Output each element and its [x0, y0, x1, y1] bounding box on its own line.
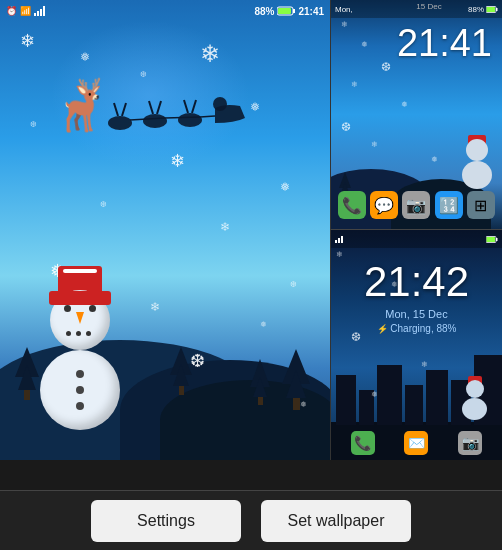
srb-body-top [466, 380, 484, 398]
svg-rect-1 [37, 11, 39, 16]
svg-line-8 [114, 103, 118, 116]
rb-snowflake-3: ❆ [351, 330, 361, 344]
rt-snowflake-7: ❄ [371, 140, 378, 149]
dock-icons: 📞 ✉️ 📷 [331, 431, 502, 455]
dock-camera-icon: 📷 [458, 431, 482, 455]
snowman-body-bottom [40, 350, 120, 430]
set-wallpaper-button[interactable]: Set wallpaper [261, 500, 411, 542]
settings-button[interactable]: Settings [91, 500, 241, 542]
battery-text: 88% [254, 6, 274, 17]
svg-point-7 [108, 116, 132, 130]
alarm-icon: ⏰ [6, 6, 17, 16]
svg-rect-28 [487, 237, 496, 242]
snowflake-7: ❄ [170, 150, 185, 172]
rb-status-bar [331, 230, 502, 248]
left-status-bar: ⏰ 📶 88% [0, 0, 330, 22]
rt-snowflake-3: ❆ [381, 60, 391, 74]
rt-snowflake-2: ❅ [361, 40, 368, 49]
signal-icon [34, 6, 46, 16]
snowflake-15: ❆ [190, 350, 205, 372]
srb-body-bottom [462, 398, 487, 420]
svg-point-10 [143, 114, 167, 128]
snowman-scarf [49, 291, 111, 305]
phone-icon: 📞 [338, 191, 366, 219]
rt-date-text: Mon, [335, 5, 353, 14]
snowflake-9: ❆ [100, 200, 107, 209]
snowman-eye-left [64, 305, 71, 312]
rb-clock: 21:42 [364, 258, 469, 306]
snowflake-12: ❆ [290, 280, 297, 289]
snowman-nose [76, 312, 84, 324]
right-top-status-bar: Mon, 88% [331, 0, 502, 18]
rt-battery-icon [486, 6, 498, 13]
sr-body-bottom [462, 161, 492, 189]
rb-signal-icon [335, 235, 345, 243]
svg-rect-22 [487, 7, 496, 12]
battery-icon [277, 6, 295, 16]
snowflake-2: ❅ [80, 50, 90, 64]
svg-line-14 [184, 100, 188, 113]
snowflake-14: ❅ [260, 320, 267, 329]
snowflake-5: ❅ [250, 100, 260, 114]
right-top-preview: Mon, 88% 15 Dec 21:41 [330, 0, 502, 230]
snowflake-8: ❅ [280, 180, 290, 194]
svg-point-13 [178, 113, 202, 127]
svg-rect-25 [341, 236, 343, 243]
right-bottom-preview: 21:42 Mon, 15 Dec ⚡ Charging, 88% ❄ ❅ ❆ … [330, 230, 502, 460]
snowflake-1: ❄ [20, 30, 35, 52]
rb-snowflake-4: ❄ [421, 360, 428, 369]
svg-rect-3 [43, 6, 45, 16]
right-previews: Mon, 88% 15 Dec 21:41 [330, 0, 502, 490]
rb-charging: ⚡ Charging, 88% [377, 323, 457, 334]
svg-line-19 [200, 116, 215, 117]
svg-rect-6 [278, 8, 291, 14]
snowman-right-bottom [462, 380, 487, 420]
snowflake-13: ❄ [150, 300, 160, 314]
snowflake-6: ❆ [30, 120, 37, 129]
svg-rect-23 [335, 240, 337, 243]
main-container: ⏰ 📶 88% [0, 0, 502, 550]
svg-line-9 [122, 103, 126, 116]
dock-phone-icon: 📞 [351, 431, 375, 455]
apps-icon: ⊞ [467, 191, 495, 219]
rt-snowflake-4: ❄ [351, 80, 358, 89]
svg-rect-21 [496, 8, 498, 11]
snowman-right-top [462, 139, 492, 189]
left-preview: ⏰ 📶 88% [0, 0, 330, 460]
snowflake-10: ❄ [220, 220, 230, 234]
status-left-icons: ⏰ 📶 [6, 6, 46, 16]
dock-email-icon: ✉️ [404, 431, 428, 455]
svg-rect-0 [34, 13, 36, 16]
rb-snowflake-1: ❄ [336, 250, 343, 259]
svg-line-12 [157, 101, 161, 114]
svg-line-11 [149, 101, 153, 114]
rt-snowflake-5: ❅ [401, 100, 408, 109]
rb-date: Mon, 15 Dec [385, 308, 447, 320]
wifi-icon: 📶 [20, 6, 31, 16]
snowflake-4: ❄ [200, 40, 220, 68]
svg-rect-2 [40, 9, 42, 16]
camera-icon: 📷 [402, 191, 430, 219]
messaging-icon: 💬 [370, 191, 398, 219]
rb-snowflake-5: ❅ [371, 390, 378, 399]
svg-line-18 [165, 117, 200, 118]
santa-sleigh [100, 88, 250, 142]
snowflake-3: ❆ [140, 70, 147, 79]
buttons-area: Settings Set wallpaper [0, 490, 502, 550]
svg-rect-5 [293, 9, 295, 13]
charging-text-label: Charging, 88% [390, 323, 456, 334]
sr-body-top [466, 139, 488, 161]
rt-snowflake-6: ❆ [341, 120, 351, 134]
preview-area: ⏰ 📶 88% [0, 0, 502, 490]
svg-rect-27 [496, 238, 498, 241]
svg-line-15 [192, 100, 196, 113]
snowman-main [40, 276, 120, 430]
rt-battery: 88% [468, 5, 484, 14]
status-right-area: 88% 21:41 [254, 6, 324, 17]
rt-snowflake-8: ❅ [431, 155, 438, 164]
calculator-icon: 🔢 [435, 191, 463, 219]
svg-point-16 [213, 97, 227, 111]
rt-snowflake-1: ❄ [341, 20, 348, 29]
rt-clock: 21:41 [397, 22, 492, 65]
snowflake-17: ❅ [300, 400, 307, 409]
